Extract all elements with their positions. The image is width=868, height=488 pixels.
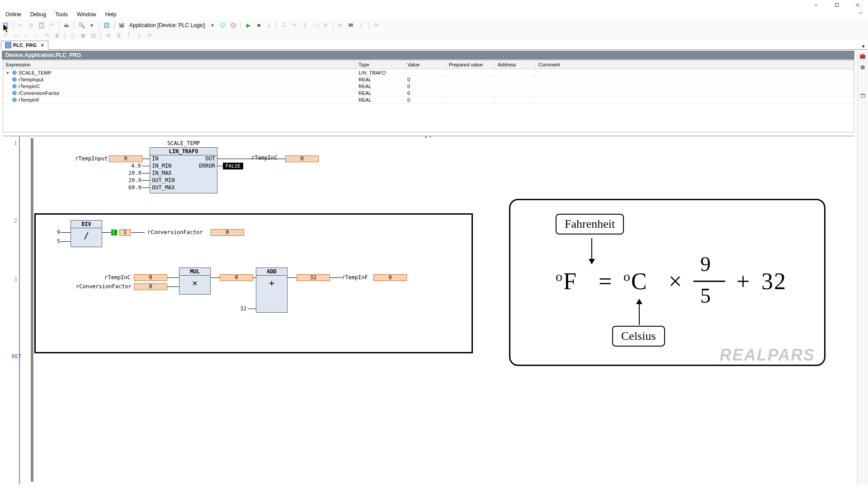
cfc-tool-11-icon[interactable]: ⇶ — [114, 31, 123, 40]
table-row[interactable]: rTempInput REAL 0 — [3, 76, 854, 83]
cfc-tool-6-icon[interactable]: ◐ — [53, 31, 62, 40]
cfc-tool-8-icon[interactable]: ▣ — [78, 31, 87, 40]
cfc-editor[interactable]: ▴ ▾ 1 2 3 RET SCALE_TEMP LIN_TRAFO IN IN… — [3, 136, 854, 484]
tab-list-dropdown-icon[interactable]: ▾ — [860, 43, 867, 49]
tool-watch-icon[interactable]: 👁 — [336, 21, 345, 30]
tool-find-dropdown-icon[interactable]: ▾ — [87, 21, 96, 30]
toolbar-application-label[interactable]: Application [Device: PLC Logic] — [127, 22, 207, 28]
value-rtempinc[interactable]: 0 — [285, 155, 319, 162]
port-in-min[interactable]: IN_MIN — [152, 163, 171, 169]
tool-force-icon[interactable]: ⇩ — [357, 21, 366, 30]
col-address[interactable]: Address — [495, 61, 536, 69]
tool-runto-icon[interactable]: →| — [311, 21, 320, 30]
cfc-tool-12-icon[interactable]: ⤒ — [124, 31, 133, 40]
tab-plc-prg[interactable]: PLC_PRG ✕ — [1, 41, 48, 50]
cfc-tool-4-icon[interactable]: ↕ — [32, 31, 41, 40]
value-add-a[interactable]: 32 — [297, 274, 330, 281]
op-mul[interactable]: MUL × — [179, 267, 211, 295]
tool-build-icon[interactable] — [102, 21, 111, 30]
rail-visual-icon[interactable]: ▦ — [858, 61, 868, 72]
var-value[interactable]: 0 — [405, 90, 446, 96]
col-prepared[interactable]: Prepared value — [446, 61, 495, 69]
var-prepared[interactable] — [446, 83, 495, 89]
fb-instance-label[interactable]: SCALE_TEMP — [159, 140, 208, 146]
value-mul-out[interactable]: 0 — [220, 274, 253, 281]
op-add[interactable]: ADD + — [256, 267, 288, 313]
table-row[interactable]: rTempInC REAL 0 — [3, 83, 854, 90]
port-error[interactable]: ERROR — [199, 163, 215, 169]
col-value[interactable]: Value — [405, 61, 446, 69]
value-rtempinf[interactable]: 0 — [373, 274, 407, 281]
var-prepared[interactable] — [446, 69, 495, 76]
tool-saveall-icon[interactable] — [117, 21, 126, 30]
tab-close-icon[interactable]: ✕ — [38, 42, 44, 48]
var-rtempinc-label[interactable]: rTempInC — [251, 155, 278, 161]
tool-find-icon[interactable]: 🔍 — [77, 21, 86, 30]
const-out-min[interactable]: 20.0 — [128, 177, 142, 183]
tool-display-icon[interactable] — [346, 21, 355, 30]
table-row[interactable]: rTempInF REAL 0 — [3, 97, 854, 103]
menu-help[interactable]: Help — [101, 10, 121, 19]
cfc-tool-9-icon[interactable]: ▤ — [89, 31, 98, 40]
var-rtempinc-label[interactable]: rTempInC — [104, 274, 131, 281]
var-rconversionfactor-label[interactable]: rConversionFactor — [147, 229, 203, 235]
const-32[interactable]: 32 — [240, 305, 246, 312]
tool-undo-icon[interactable]: ↶ — [47, 21, 56, 30]
tool-start-icon[interactable]: ▶ — [244, 21, 253, 30]
const-9[interactable]: 9 — [57, 229, 60, 235]
port-in-max[interactable]: IN_MAX — [152, 170, 171, 176]
col-type[interactable]: Type — [356, 61, 405, 69]
value-error[interactable]: FALSE — [223, 163, 243, 169]
tool-print-icon[interactable] — [62, 21, 71, 30]
application-dropdown-icon[interactable]: ▾ — [208, 21, 217, 30]
col-expression[interactable]: Expression — [3, 61, 356, 69]
var-value[interactable]: 0 — [405, 76, 446, 83]
value-rtempinput[interactable]: 0 — [109, 155, 142, 162]
tool-cut-icon[interactable]: ✂ — [16, 21, 25, 30]
const-in-min[interactable]: 4.0 — [131, 163, 141, 169]
value-rconversionfactor[interactable]: 0 — [211, 229, 244, 236]
var-value[interactable] — [405, 69, 446, 76]
table-row[interactable]: ▸SCALE_TEMP LIN_TRAFO — [3, 69, 854, 76]
var-rconversionfactor-label-2[interactable]: rConversionFactor — [76, 283, 132, 290]
menu-online[interactable]: Online — [1, 10, 26, 19]
window-maximize-button[interactable] — [826, 0, 847, 10]
port-out-min[interactable]: OUT_MIN — [152, 177, 175, 183]
menubar-collapse-icon[interactable] — [858, 10, 863, 16]
cfc-tool-3-icon[interactable]: ↔ — [22, 31, 31, 40]
var-value[interactable]: 0 — [405, 83, 446, 89]
var-prepared[interactable] — [446, 97, 495, 103]
value-rtempinc-2[interactable]: 0 — [134, 274, 167, 281]
tool-login-icon[interactable] — [218, 21, 227, 30]
port-out[interactable]: OUT — [205, 155, 215, 162]
tool-copy-icon[interactable]: ⧉ — [26, 21, 35, 30]
col-comment[interactable]: Comment — [536, 61, 854, 69]
window-close-button[interactable] — [847, 0, 868, 10]
tool-stepover-icon[interactable]: ↷ — [290, 21, 299, 30]
tool-logout-icon[interactable] — [229, 21, 238, 30]
window-minimize-button[interactable] — [806, 0, 826, 10]
table-row[interactable]: rConversionFactor REAL 0 — [3, 90, 854, 97]
port-out-max[interactable]: OUT_MAX — [152, 184, 175, 191]
row-expander-icon[interactable]: ▸ — [6, 70, 10, 75]
cfc-tool-14-icon[interactable]: ⟳ — [145, 31, 154, 40]
const-out-max[interactable]: 60.0 — [128, 184, 142, 191]
var-rtempinput-label[interactable]: rTempInput — [75, 155, 108, 162]
tool-refresh-icon[interactable]: ⟳ — [372, 21, 381, 30]
tool-paste-icon[interactable]: 📋 — [37, 21, 46, 30]
var-rtempinf-label[interactable]: rTempInF — [342, 274, 368, 281]
op-div[interactable]: DIV / — [71, 220, 102, 247]
var-value[interactable]: 0 — [405, 97, 446, 103]
const-in-max[interactable]: 20.0 — [128, 170, 142, 176]
tool-break-icon[interactable]: ⏸ — [321, 21, 330, 30]
tool-stop-icon[interactable]: ■ — [254, 21, 263, 30]
cfc-tool-7-icon[interactable]: ▢ — [68, 31, 77, 40]
tool-step-icon[interactable]: ⤓ — [264, 21, 274, 30]
var-prepared[interactable] — [446, 90, 495, 96]
tool-stepinto-icon[interactable]: ↧ — [279, 21, 288, 30]
cfc-tool-10-icon[interactable]: ⇉ — [104, 31, 113, 40]
cfc-tool-5-icon[interactable]: ⟲ — [42, 31, 52, 40]
cfc-tool-2-icon[interactable]: ▭ — [11, 31, 20, 40]
tool-stepout-icon[interactable]: ↥ — [300, 21, 309, 30]
var-prepared[interactable] — [446, 76, 495, 83]
